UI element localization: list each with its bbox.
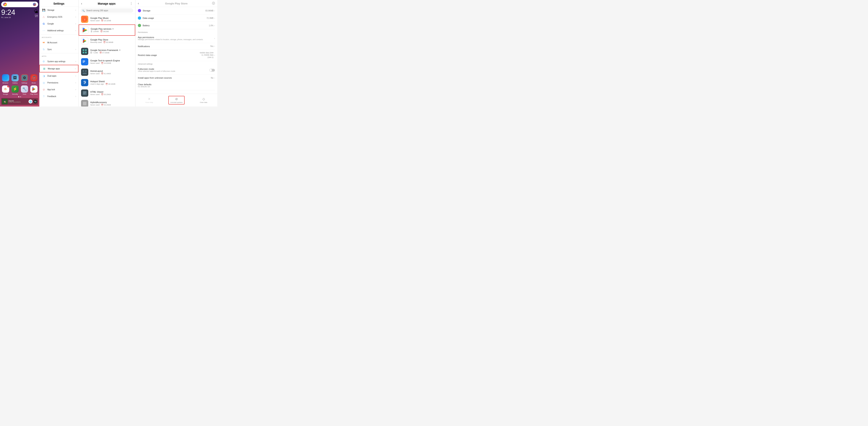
app-row-html-viewer[interactable]: HTML Viewer Never used ⏰ 53.25KB	[79, 88, 135, 98]
storage-dot-icon	[138, 9, 141, 12]
detail-back-button[interactable]: ‹	[138, 2, 139, 5]
settings-item-additional[interactable]: ⋯ Additional settings ›	[39, 27, 79, 34]
tts-info: Google Text-to-speech Engine Never used …	[90, 59, 133, 64]
svg-rect-19	[82, 48, 88, 54]
unknown-sources-chevron-icon: ›	[214, 77, 215, 79]
play-services-cache: ⏰ 381MB	[100, 31, 109, 32]
app-row-google-play-music[interactable]: ♪ Google Play Music Never used ⏰ 18.32MB	[79, 14, 135, 25]
page-indicators	[1, 96, 38, 97]
google-play-services-meta: 🗄 134MB ⏰ 381MB	[91, 31, 132, 32]
settings-item-manage-apps[interactable]: ⊞ Manage apps ›	[39, 65, 79, 72]
app-row-tts[interactable]: … Google Text-to-speech Engine Never use…	[79, 57, 135, 67]
force-stop-label: Force stop	[146, 101, 153, 103]
app-gallery[interactable]: 🖼 Gallery	[11, 74, 19, 84]
storage-row-chevron-icon: ›	[214, 10, 215, 12]
mi-account-label: Mi Account	[48, 41, 76, 44]
svg-text:…: …	[86, 62, 88, 64]
dual-apps-label: Dual apps	[48, 75, 74, 77]
detail-row-notifications[interactable]: Notifications Yes ›	[138, 43, 215, 50]
settings-item-feedback[interactable]: ? Feedback ›	[39, 93, 79, 100]
fw-gear-icon: ⚙	[119, 49, 121, 51]
settings-item-permissions[interactable]: ◎ Permissions ›	[39, 79, 79, 86]
detail-row-battery[interactable]: Battery 1.6% ›	[138, 22, 215, 29]
settings-item-system-apps[interactable]: ⚙ System app settings ›	[39, 58, 79, 65]
app-settings[interactable]: ⚙ Settings	[21, 74, 28, 84]
google-services-fw-icon	[81, 48, 88, 55]
dual-apps-chevron-icon: ›	[75, 75, 76, 77]
detail-row-restrict-data[interactable]: Restrict data usage Mobile data (SIM 1),…	[138, 50, 215, 61]
sync-icon: ↻	[42, 47, 46, 51]
app-playstore[interactable]: Play Store	[30, 86, 38, 95]
notifications-label: Notifications	[138, 45, 210, 47]
apps-search-input[interactable]	[81, 8, 133, 13]
google-chevron-icon: ›	[75, 23, 76, 25]
settings-item-emergency[interactable]: ⚠ Emergency SOS ›	[39, 13, 79, 20]
fw-storage: 🗄 7.1MB	[90, 52, 98, 54]
force-stop-icon: ✕	[148, 97, 151, 101]
settings-item-google[interactable]: G Google ›	[39, 20, 79, 27]
storage-row-value: 83.96MB	[206, 10, 214, 12]
clear-data-action[interactable]: ◇ Clear data	[200, 97, 207, 103]
app-row-hybrid[interactable]: HybridAccessory Never used ⏰ 53.25KB	[79, 98, 135, 106]
google-play-music-icon: ♪	[81, 15, 88, 23]
app-permissions-sub: Manage permissions related to location, …	[138, 38, 214, 41]
uninstall-updates-action[interactable]: ⊘ Uninstall updates	[168, 96, 185, 104]
app-row-homelayout[interactable]: HomeLayout Never used ⏰ 61.44KB	[79, 67, 135, 77]
app-row-google-play-store[interactable]: Google Play Store Recently used ⏰ 83.96M…	[79, 36, 135, 46]
settings-item-applock[interactable]: ⊘ App lock ›	[39, 86, 79, 93]
settings-item-mi-account[interactable]: Mi Mi Account	[39, 39, 79, 46]
settings-item-storage[interactable]: 💾 Storage ›	[39, 7, 79, 13]
app-row-hotspot[interactable]: Hotspot Shield Used 4 days ago ⏰ 36.54MB	[79, 77, 135, 88]
force-stop-action[interactable]: ✕ Force stop	[146, 97, 153, 103]
homelayout-size: ⏰ 61.44KB	[101, 73, 111, 75]
apps-more-button[interactable]: ⋮	[130, 2, 133, 5]
dot-1	[18, 96, 19, 97]
settings-item-dual-apps[interactable]: ◑ Dual apps ›	[39, 72, 79, 79]
svg-rect-36	[83, 92, 86, 92]
battery-value: 1.6%	[209, 25, 214, 27]
gallery-icon: 🖼	[11, 74, 19, 81]
svg-rect-31	[85, 70, 87, 72]
html-viewer-name: HTML Viewer	[90, 91, 133, 93]
html-viewer-meta: Never used ⏰ 53.25KB	[90, 94, 133, 95]
microphone-icon[interactable]: 🎤	[33, 3, 36, 6]
clear-data-label: Clear data	[200, 101, 207, 103]
apps-back-button[interactable]: ‹	[81, 2, 82, 5]
fullscreen-toggle[interactable]	[209, 69, 215, 72]
browser-icon: 🌐	[2, 74, 9, 81]
app-row-google-play-services[interactable]: Google Play services ⚙ 🗄 134MB ⏰ 381MB	[79, 25, 135, 36]
svg-rect-22	[83, 52, 84, 53]
google-logo-icon: G	[3, 3, 7, 6]
clear-defaults-label: Clear defaults	[138, 83, 215, 86]
detail-row-clear-defaults[interactable]: Clear defaults No defaults set.	[138, 81, 215, 90]
tools-label: Tools	[23, 93, 26, 95]
app-browser[interactable]: 🌐 Browser	[2, 74, 9, 84]
app-music[interactable]: 🎵 Music	[30, 74, 38, 84]
svg-rect-26	[83, 61, 85, 62]
svg-rect-23	[85, 52, 87, 53]
storage-row-label: Storage	[143, 9, 206, 12]
hotspot-name: Hotspot Shield	[90, 80, 133, 83]
detail-row-fullscreen[interactable]: Fullscreen mode Allow selected apps to w…	[138, 66, 215, 75]
app-tools[interactable]: 🔧 Tools	[21, 86, 28, 95]
storage-label: Storage	[48, 9, 74, 11]
search-bar[interactable]: G 🎤	[1, 2, 38, 7]
detail-row-data-usage[interactable]: Data usage 72.3MB ›	[138, 14, 215, 22]
settings-item-sync[interactable]: ↻ Sync ›	[39, 46, 79, 53]
weather-temp: 33°C	[34, 16, 38, 17]
emergency-icon: ⚠	[42, 15, 46, 19]
data-usage-label: Data usage	[143, 17, 207, 19]
app-security[interactable]: ⚡ Security	[11, 86, 19, 95]
settings-app-icon: ⚙	[21, 74, 28, 81]
detail-info-icon[interactable]: ⓘ	[212, 2, 215, 5]
detail-row-unknown-sources[interactable]: Install apps from unknown sources No ›	[138, 75, 215, 81]
app-google[interactable]: G 1 Google	[2, 86, 9, 95]
data-dot-icon	[138, 17, 141, 20]
detail-header: ‹ Google Play Store ⓘ	[135, 0, 217, 7]
weather-icon: 🌤	[34, 9, 38, 14]
permissions-section-label: Permissions	[138, 29, 215, 34]
app-row-google-services-fw[interactable]: Google Services Framework ⚙ 🗄 7.1MB ⏰ 47…	[79, 46, 135, 57]
detail-row-app-permissions[interactable]: App permissions Manage permissions relat…	[138, 34, 215, 43]
applock-icon: ⊘	[42, 88, 46, 92]
detail-row-storage[interactable]: Storage 83.96MB ›	[138, 7, 215, 14]
